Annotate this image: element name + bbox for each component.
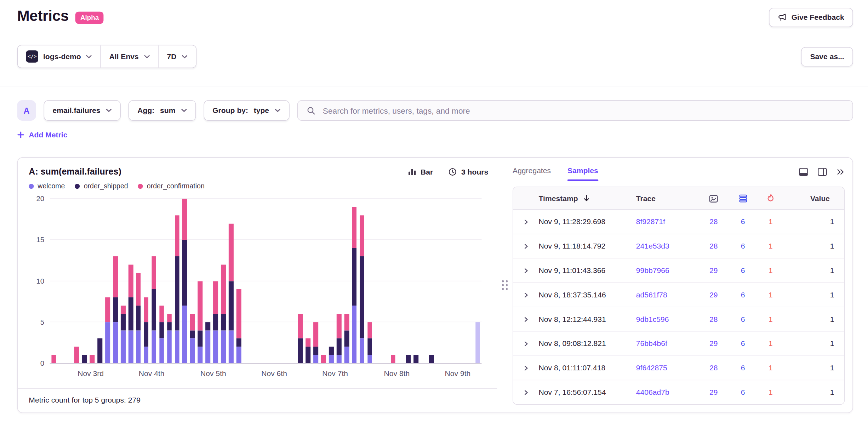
profiles-count-link[interactable]: 6 [729, 291, 756, 299]
samples-table: Timestamp Trace Value Nov 9, 11:28:29.69… [513, 187, 845, 405]
chart-bar [298, 199, 303, 363]
collapse-panel-button[interactable] [836, 168, 845, 175]
page-header: Metrics Alpha Give Feedback [0, 0, 868, 27]
environment-selector[interactable]: All Envs [101, 45, 159, 68]
spans-count-link[interactable]: 29 [698, 291, 729, 299]
code-icon: </> [26, 50, 38, 62]
trace-link[interactable]: ad561f78 [636, 291, 698, 299]
expand-row-button[interactable] [513, 365, 539, 371]
legend-item[interactable]: welcome [29, 182, 65, 190]
chart-bar [129, 199, 133, 363]
spans-count-link[interactable]: 29 [698, 340, 729, 348]
save-as-button[interactable]: Save as... [801, 47, 853, 66]
alpha-badge: Alpha [75, 11, 104, 23]
expand-row-button[interactable] [513, 291, 539, 298]
timestamp-header[interactable]: Timestamp [539, 194, 636, 202]
spans-count-link[interactable]: 28 [698, 364, 729, 372]
expand-row-button[interactable] [513, 243, 539, 250]
tab-aggregates[interactable]: Aggregates [513, 167, 551, 181]
errors-count-link[interactable]: 1 [757, 364, 784, 372]
project-selector[interactable]: </> logs-demo [18, 45, 101, 68]
table-row[interactable]: Nov 8, 18:37:35.146ad561f7829611 [513, 283, 844, 307]
expand-row-button[interactable] [513, 218, 539, 225]
spans-count-link[interactable]: 29 [698, 266, 729, 274]
chart-bar [236, 199, 241, 363]
profiles-count-link[interactable]: 6 [729, 340, 756, 348]
panel-right-button[interactable] [818, 167, 827, 176]
errors-count-link[interactable]: 1 [757, 291, 784, 299]
y-axis-label: 0 [40, 360, 44, 367]
table-row[interactable]: Nov 9, 11:18:14.792241e53d328611 [513, 234, 844, 258]
table-row[interactable]: Nov 8, 12:12:44.9319db1c59628611 [513, 307, 844, 332]
legend-item[interactable]: order_confirmation [138, 182, 205, 190]
plus-icon [17, 131, 24, 138]
errors-count-link[interactable]: 1 [757, 340, 784, 348]
profiles-count-link[interactable]: 6 [729, 242, 756, 250]
legend-item[interactable]: order_shipped [75, 182, 128, 190]
table-row[interactable]: Nov 8, 01:11:07.4189f64287528611 [513, 356, 844, 381]
chevron-right-icon [523, 316, 529, 323]
trace-link[interactable]: 9f642875 [636, 364, 698, 372]
trace-link[interactable]: 9db1c596 [636, 315, 698, 323]
chart-bar [406, 199, 411, 363]
stack-icon [739, 194, 747, 203]
chart-bar [144, 199, 148, 363]
expand-row-button[interactable] [513, 316, 539, 323]
errors-count-link[interactable]: 1 [757, 388, 784, 396]
metric-selector[interactable]: email.failures [44, 100, 121, 121]
errors-count-link[interactable]: 1 [757, 315, 784, 323]
legend-dot [75, 183, 80, 188]
expand-row-button[interactable] [513, 389, 539, 396]
chart-plot: 05101520Nov 3rdNov 4thNov 5thNov 6thNov … [50, 199, 482, 364]
value-cell: 1 [784, 242, 844, 250]
page-title: Metrics [17, 8, 69, 25]
double-chevron-right-icon [836, 168, 845, 175]
value-cell: 1 [784, 291, 844, 299]
value-header: Value [784, 194, 844, 202]
errors-count-link[interactable]: 1 [757, 266, 784, 274]
search-input[interactable] [322, 106, 844, 115]
spans-count-link[interactable]: 28 [698, 242, 729, 250]
trace-link[interactable]: 241e53d3 [636, 242, 698, 250]
daterange-selector[interactable]: 7D [159, 45, 196, 68]
errors-count-link[interactable]: 1 [757, 242, 784, 250]
table-row[interactable]: Nov 8, 09:08:12.82176bb4b6f29611 [513, 332, 844, 356]
x-axis-label: Nov 8th [384, 369, 410, 377]
errors-count-link[interactable]: 1 [757, 218, 784, 226]
x-axis-label: Nov 6th [261, 369, 287, 377]
chevron-right-icon [523, 243, 529, 250]
trace-link[interactable]: 8f92871f [636, 218, 698, 226]
chart-bar [190, 199, 195, 363]
expand-row-button[interactable] [513, 267, 539, 274]
chevron-down-icon [181, 108, 187, 112]
spans-count-link[interactable]: 28 [698, 218, 729, 226]
table-row[interactable]: Nov 7, 16:56:07.1544406ad7b29611 [513, 380, 844, 404]
trace-link[interactable]: 76bb4b6f [636, 340, 698, 348]
splitter-handle[interactable] [497, 158, 513, 412]
aggregation-selector[interactable]: Agg: sum [129, 100, 196, 121]
spans-count-link[interactable]: 28 [698, 315, 729, 323]
chart-bar [82, 199, 87, 363]
trace-link[interactable]: 4406ad7b [636, 388, 698, 396]
chart-type-toggle[interactable]: Bar [408, 167, 433, 176]
interval-toggle[interactable]: 3 hours [449, 167, 488, 176]
search-icon [307, 106, 315, 115]
trace-link[interactable]: 99bb7966 [636, 266, 698, 274]
profiles-count-link[interactable]: 6 [729, 388, 756, 396]
groupby-selector[interactable]: Group by: type [204, 100, 290, 121]
chart-bar [229, 199, 233, 363]
add-metric-button[interactable]: Add Metric [17, 131, 67, 139]
table-row[interactable]: Nov 9, 11:01:43.36699bb796629611 [513, 258, 844, 283]
panel-bottom-button[interactable] [799, 167, 809, 176]
expand-row-button[interactable] [513, 340, 539, 347]
profiles-count-link[interactable]: 6 [729, 315, 756, 323]
profiles-count-link[interactable]: 6 [729, 364, 756, 372]
chart-title: A: sum(email.failures) [29, 167, 121, 177]
profiles-count-link[interactable]: 6 [729, 218, 756, 226]
give-feedback-button[interactable]: Give Feedback [769, 8, 853, 27]
search-bar[interactable] [297, 100, 853, 121]
spans-count-link[interactable]: 29 [698, 388, 729, 396]
tab-samples[interactable]: Samples [567, 167, 598, 181]
table-row[interactable]: Nov 9, 11:28:29.6988f92871f28611 [513, 210, 844, 234]
profiles-count-link[interactable]: 6 [729, 266, 756, 274]
